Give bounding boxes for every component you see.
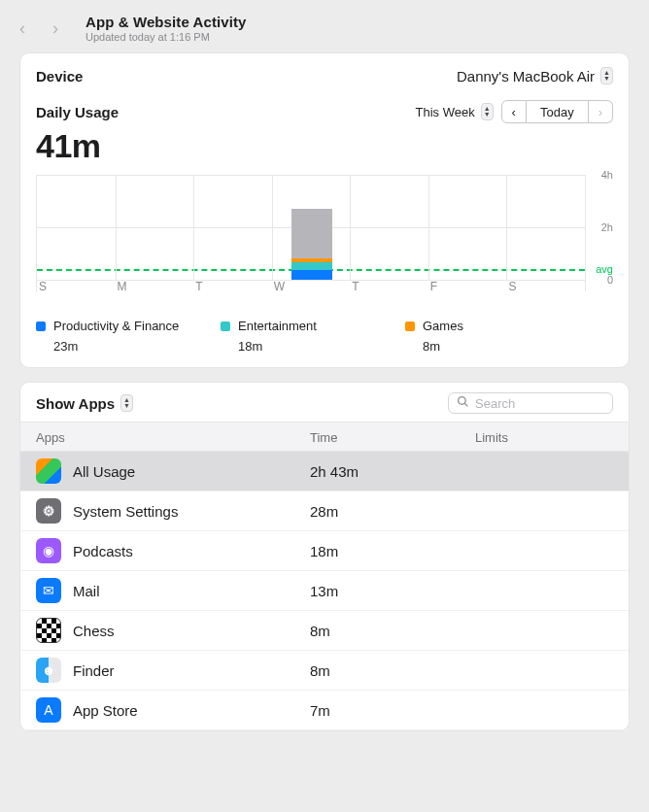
mail-icon: ✉︎	[36, 578, 61, 603]
app-row[interactable]: AApp Store7m	[20, 691, 629, 730]
daily-usage-label: Daily Usage	[36, 104, 119, 120]
device-value: Danny's MacBook Air	[457, 68, 595, 85]
all-usage-icon	[36, 458, 61, 484]
legend-label: Entertainment	[238, 319, 317, 333]
content: Device Danny's MacBook Air ▲▼ Daily Usag…	[0, 52, 649, 812]
show-apps-label: Show Apps	[36, 395, 115, 412]
search-icon	[457, 395, 469, 411]
podcasts-icon: ◉	[36, 538, 61, 563]
range-select[interactable]: This Week ▲▼	[416, 103, 494, 120]
legend-swatch	[405, 321, 415, 331]
chart-y-tick: 4h	[601, 169, 613, 181]
app-row[interactable]: ◉Podcasts18m	[20, 531, 629, 571]
app-name: App Store	[73, 702, 138, 719]
apps-card: Show Apps ▲▼ Apps Time Limits All Usage2…	[19, 382, 630, 731]
daily-usage-total: 41m	[36, 127, 613, 165]
app-row[interactable]: ✉︎Mail13m	[20, 571, 629, 611]
column-apps-header[interactable]: Apps	[36, 430, 310, 445]
column-limits-header[interactable]: Limits	[475, 430, 613, 445]
period-stepper: ‹ Today ›	[501, 100, 613, 123]
chart-x-label: S	[39, 280, 47, 293]
legend-label: Productivity & Finance	[53, 319, 179, 333]
chart-bar	[291, 209, 332, 280]
period-next-button[interactable]: ›	[589, 100, 613, 123]
updown-icon: ▲▼	[600, 67, 613, 85]
settings-window: ‹ › App & Website Activity Updated today…	[0, 0, 649, 812]
app-row[interactable]: Chess8m	[20, 611, 629, 651]
svg-point-0	[459, 397, 466, 405]
app-row[interactable]: ⚙︎System Settings28m	[20, 491, 629, 531]
legend-item: Productivity & Finance23m	[36, 319, 221, 354]
system-settings-icon: ⚙︎	[36, 498, 61, 524]
chart-legend: Productivity & Finance23mEntertainment18…	[36, 319, 613, 354]
titlebar: ‹ › App & Website Activity Updated today…	[0, 0, 649, 52]
app-name: Mail	[73, 583, 100, 599]
chart-y-axis: 4h2h0avg	[586, 175, 613, 291]
legend-value: 18m	[221, 339, 405, 354]
app-time: 13m	[310, 583, 475, 599]
usage-chart: SMTWTFS 4h2h0avg	[36, 175, 613, 291]
chart-y-tick: 2h	[601, 221, 613, 233]
app-time: 8m	[310, 623, 475, 639]
app-name: Podcasts	[73, 543, 133, 559]
period-prev-button[interactable]: ‹	[501, 100, 527, 123]
range-value: This Week	[416, 105, 475, 119]
app-time: 2h 43m	[310, 463, 475, 480]
legend-swatch	[36, 321, 46, 331]
apps-table-headers: Apps Time Limits	[20, 422, 629, 452]
search-input[interactable]	[475, 396, 604, 411]
finder-icon: ☻	[36, 658, 61, 683]
period-today-button[interactable]: Today	[527, 100, 589, 123]
show-apps-select[interactable]: Show Apps ▲▼	[36, 394, 133, 412]
chart-plot: SMTWTFS	[36, 175, 586, 291]
usage-controls: Daily Usage This Week ▲▼ ‹ Today ›	[36, 100, 613, 123]
chart-x-label: S	[508, 280, 516, 293]
app-time: 28m	[310, 503, 475, 520]
forward-button[interactable]: ›	[52, 19, 58, 37]
legend-value: 23m	[36, 339, 221, 354]
app-store-icon: A	[36, 697, 61, 723]
chart-x-label: T	[352, 280, 359, 293]
apps-card-header: Show Apps ▲▼	[20, 392, 629, 422]
apps-table-body: All Usage2h 43m⚙︎System Settings28m◉Podc…	[20, 452, 629, 730]
legend-label: Games	[423, 319, 463, 333]
legend-swatch	[221, 321, 230, 331]
app-name: All Usage	[73, 463, 135, 480]
app-time: 8m	[310, 662, 475, 679]
search-field[interactable]	[448, 392, 613, 414]
page-subtitle: Updated today at 1:16 PM	[85, 31, 247, 43]
column-time-header[interactable]: Time	[310, 430, 475, 445]
app-time: 7m	[310, 702, 475, 719]
svg-line-1	[464, 403, 467, 406]
updown-icon: ▲▼	[481, 103, 494, 120]
device-label: Device	[36, 68, 83, 85]
legend-item: Games8m	[405, 319, 541, 354]
updown-icon: ▲▼	[120, 394, 133, 412]
chart-x-label: M	[118, 280, 127, 293]
app-name: Finder	[73, 662, 115, 679]
nav-arrows: ‹ ›	[19, 19, 58, 37]
device-select[interactable]: Danny's MacBook Air ▲▼	[457, 67, 613, 85]
chart-x-label: W	[274, 280, 285, 293]
title-block: App & Website Activity Updated today at …	[85, 14, 247, 43]
chart-x-label: F	[430, 280, 437, 293]
app-row[interactable]: ☻Finder8m	[20, 651, 629, 691]
legend-item: Entertainment18m	[221, 319, 405, 354]
app-name: System Settings	[73, 503, 178, 520]
legend-value: 8m	[405, 339, 541, 354]
app-row[interactable]: All Usage2h 43m	[20, 452, 629, 491]
chess-icon	[36, 618, 61, 643]
app-name: Chess	[73, 623, 115, 639]
device-row: Device Danny's MacBook Air ▲▼	[36, 67, 613, 85]
app-time: 18m	[310, 543, 475, 559]
back-button[interactable]: ‹	[19, 19, 25, 37]
page-title: App & Website Activity	[85, 14, 247, 30]
chart-y-tick: 0	[607, 274, 613, 286]
usage-card: Device Danny's MacBook Air ▲▼ Daily Usag…	[19, 52, 630, 368]
chart-x-label: T	[195, 280, 202, 293]
chart-avg-label: avg	[596, 263, 613, 275]
